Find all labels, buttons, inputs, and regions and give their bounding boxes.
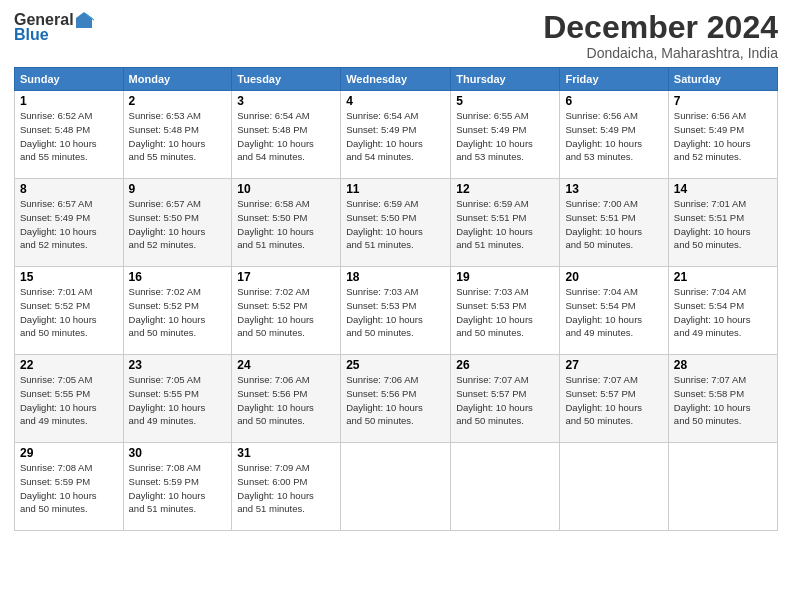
day-info: Sunrise: 6:53 AM Sunset: 5:48 PM Dayligh… [129,109,227,164]
day-info: Sunrise: 6:54 AM Sunset: 5:49 PM Dayligh… [346,109,445,164]
day-info: Sunrise: 6:52 AM Sunset: 5:48 PM Dayligh… [20,109,118,164]
day-number: 30 [129,446,227,460]
day-info: Sunrise: 7:04 AM Sunset: 5:54 PM Dayligh… [674,285,772,340]
header-tuesday: Tuesday [232,68,341,91]
calendar-cell: 29 Sunrise: 7:08 AM Sunset: 5:59 PM Dayl… [15,443,124,531]
logo-icon [74,10,94,30]
day-number: 6 [565,94,662,108]
day-number: 27 [565,358,662,372]
day-number: 4 [346,94,445,108]
day-info: Sunrise: 7:07 AM Sunset: 5:58 PM Dayligh… [674,373,772,428]
calendar-cell: 1 Sunrise: 6:52 AM Sunset: 5:48 PM Dayli… [15,91,124,179]
day-number: 1 [20,94,118,108]
day-number: 19 [456,270,554,284]
day-number: 25 [346,358,445,372]
day-number: 21 [674,270,772,284]
day-info: Sunrise: 6:58 AM Sunset: 5:50 PM Dayligh… [237,197,335,252]
day-number: 28 [674,358,772,372]
calendar-cell: 16 Sunrise: 7:02 AM Sunset: 5:52 PM Dayl… [123,267,232,355]
calendar-cell: 25 Sunrise: 7:06 AM Sunset: 5:56 PM Dayl… [341,355,451,443]
day-info: Sunrise: 7:05 AM Sunset: 5:55 PM Dayligh… [129,373,227,428]
calendar-cell: 13 Sunrise: 7:00 AM Sunset: 5:51 PM Dayl… [560,179,668,267]
day-info: Sunrise: 7:07 AM Sunset: 5:57 PM Dayligh… [565,373,662,428]
page-header: General Blue December 2024 Dondaicha, Ma… [14,10,778,61]
day-number: 18 [346,270,445,284]
svg-marker-0 [76,12,92,28]
calendar-cell: 3 Sunrise: 6:54 AM Sunset: 5:48 PM Dayli… [232,91,341,179]
calendar-cell: 26 Sunrise: 7:07 AM Sunset: 5:57 PM Dayl… [451,355,560,443]
calendar-cell: 7 Sunrise: 6:56 AM Sunset: 5:49 PM Dayli… [668,91,777,179]
calendar-cell: 4 Sunrise: 6:54 AM Sunset: 5:49 PM Dayli… [341,91,451,179]
day-number: 23 [129,358,227,372]
calendar-cell: 24 Sunrise: 7:06 AM Sunset: 5:56 PM Dayl… [232,355,341,443]
calendar-cell: 11 Sunrise: 6:59 AM Sunset: 5:50 PM Dayl… [341,179,451,267]
main-title: December 2024 [543,10,778,45]
day-info: Sunrise: 6:56 AM Sunset: 5:49 PM Dayligh… [565,109,662,164]
day-info: Sunrise: 6:57 AM Sunset: 5:50 PM Dayligh… [129,197,227,252]
day-number: 5 [456,94,554,108]
day-number: 11 [346,182,445,196]
subtitle: Dondaicha, Maharashtra, India [543,45,778,61]
logo: General Blue [14,10,94,44]
day-number: 13 [565,182,662,196]
calendar-week-row: 22 Sunrise: 7:05 AM Sunset: 5:55 PM Dayl… [15,355,778,443]
day-info: Sunrise: 6:59 AM Sunset: 5:51 PM Dayligh… [456,197,554,252]
day-info: Sunrise: 6:57 AM Sunset: 5:49 PM Dayligh… [20,197,118,252]
calendar-cell: 19 Sunrise: 7:03 AM Sunset: 5:53 PM Dayl… [451,267,560,355]
day-number: 9 [129,182,227,196]
calendar-cell: 22 Sunrise: 7:05 AM Sunset: 5:55 PM Dayl… [15,355,124,443]
day-number: 17 [237,270,335,284]
calendar-cell: 20 Sunrise: 7:04 AM Sunset: 5:54 PM Dayl… [560,267,668,355]
calendar-cell: 8 Sunrise: 6:57 AM Sunset: 5:49 PM Dayli… [15,179,124,267]
day-info: Sunrise: 7:08 AM Sunset: 5:59 PM Dayligh… [129,461,227,516]
header-monday: Monday [123,68,232,91]
logo-text-blue: Blue [14,26,49,44]
calendar-cell: 17 Sunrise: 7:02 AM Sunset: 5:52 PM Dayl… [232,267,341,355]
day-info: Sunrise: 6:54 AM Sunset: 5:48 PM Dayligh… [237,109,335,164]
day-info: Sunrise: 7:07 AM Sunset: 5:57 PM Dayligh… [456,373,554,428]
day-info: Sunrise: 7:02 AM Sunset: 5:52 PM Dayligh… [129,285,227,340]
day-number: 12 [456,182,554,196]
calendar-week-row: 8 Sunrise: 6:57 AM Sunset: 5:49 PM Dayli… [15,179,778,267]
calendar-cell: 6 Sunrise: 6:56 AM Sunset: 5:49 PM Dayli… [560,91,668,179]
day-info: Sunrise: 7:06 AM Sunset: 5:56 PM Dayligh… [346,373,445,428]
day-number: 3 [237,94,335,108]
day-number: 7 [674,94,772,108]
calendar-cell: 28 Sunrise: 7:07 AM Sunset: 5:58 PM Dayl… [668,355,777,443]
day-number: 20 [565,270,662,284]
header-wednesday: Wednesday [341,68,451,91]
calendar-header-row: Sunday Monday Tuesday Wednesday Thursday… [15,68,778,91]
day-number: 2 [129,94,227,108]
day-info: Sunrise: 7:04 AM Sunset: 5:54 PM Dayligh… [565,285,662,340]
header-sunday: Sunday [15,68,124,91]
day-info: Sunrise: 6:55 AM Sunset: 5:49 PM Dayligh… [456,109,554,164]
day-info: Sunrise: 7:08 AM Sunset: 5:59 PM Dayligh… [20,461,118,516]
day-number: 22 [20,358,118,372]
day-info: Sunrise: 7:02 AM Sunset: 5:52 PM Dayligh… [237,285,335,340]
title-section: December 2024 Dondaicha, Maharashtra, In… [543,10,778,61]
day-number: 31 [237,446,335,460]
calendar-cell: 12 Sunrise: 6:59 AM Sunset: 5:51 PM Dayl… [451,179,560,267]
calendar-cell [341,443,451,531]
day-number: 24 [237,358,335,372]
header-friday: Friday [560,68,668,91]
calendar-cell: 30 Sunrise: 7:08 AM Sunset: 5:59 PM Dayl… [123,443,232,531]
day-info: Sunrise: 7:09 AM Sunset: 6:00 PM Dayligh… [237,461,335,516]
day-info: Sunrise: 7:03 AM Sunset: 5:53 PM Dayligh… [456,285,554,340]
calendar-week-row: 1 Sunrise: 6:52 AM Sunset: 5:48 PM Dayli… [15,91,778,179]
day-info: Sunrise: 7:06 AM Sunset: 5:56 PM Dayligh… [237,373,335,428]
calendar-cell: 31 Sunrise: 7:09 AM Sunset: 6:00 PM Dayl… [232,443,341,531]
calendar-cell: 23 Sunrise: 7:05 AM Sunset: 5:55 PM Dayl… [123,355,232,443]
calendar-week-row: 29 Sunrise: 7:08 AM Sunset: 5:59 PM Dayl… [15,443,778,531]
calendar-cell: 9 Sunrise: 6:57 AM Sunset: 5:50 PM Dayli… [123,179,232,267]
day-number: 10 [237,182,335,196]
calendar-cell: 2 Sunrise: 6:53 AM Sunset: 5:48 PM Dayli… [123,91,232,179]
day-number: 26 [456,358,554,372]
day-info: Sunrise: 7:00 AM Sunset: 5:51 PM Dayligh… [565,197,662,252]
calendar-cell: 10 Sunrise: 6:58 AM Sunset: 5:50 PM Dayl… [232,179,341,267]
calendar-cell: 18 Sunrise: 7:03 AM Sunset: 5:53 PM Dayl… [341,267,451,355]
calendar-cell: 21 Sunrise: 7:04 AM Sunset: 5:54 PM Dayl… [668,267,777,355]
day-number: 15 [20,270,118,284]
day-number: 16 [129,270,227,284]
page-container: General Blue December 2024 Dondaicha, Ma… [0,0,792,612]
